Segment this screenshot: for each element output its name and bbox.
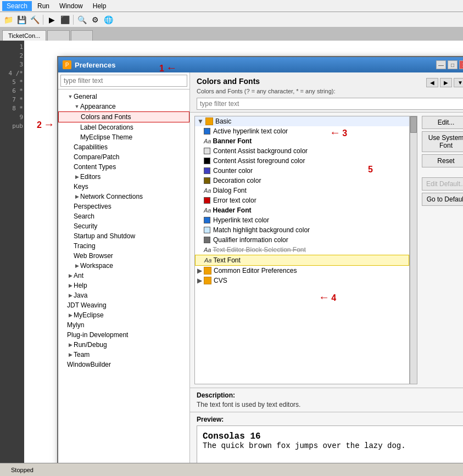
tree-label-search: Search — [74, 212, 94, 220]
expand-arrow-myeclipse: ▶ — [67, 312, 74, 318]
nav-fwd-btn[interactable]: ▶ — [440, 78, 452, 87]
font-tree-scrollbar[interactable] — [410, 116, 417, 384]
font-item-common-editor[interactable]: ▶ Common Editor Preferences — [195, 266, 409, 276]
tree-item-webbrowser[interactable]: Web Browser — [58, 251, 189, 261]
tree-item-mylyn[interactable]: Mylyn — [58, 320, 189, 330]
tree-item-perspectives[interactable]: Perspectives — [58, 201, 189, 211]
label-qualifier: Qualifier information color — [213, 236, 288, 244]
tree-item-rundebug[interactable]: ▶ Run/Debug — [58, 340, 189, 350]
content-filter-input[interactable] — [197, 98, 463, 110]
menu-help[interactable]: Help — [88, 1, 111, 11]
tree-label-ant: Ant — [74, 272, 83, 279]
toolbar-btn-8[interactable]: 🌐 — [102, 14, 114, 26]
font-item-ca-fg[interactable]: Content Assist foreground color — [195, 156, 409, 166]
tree-item-keys[interactable]: Keys — [58, 182, 189, 192]
tree-label-security: Security — [74, 222, 97, 230]
tree-item-plugin[interactable]: Plug-in Development — [58, 330, 189, 340]
aa-header: Aa — [204, 207, 211, 214]
tree-item-security[interactable]: Security — [58, 221, 189, 231]
menu-run[interactable]: Run — [33, 1, 54, 11]
font-item-dialog[interactable]: Aa Dialog Font — [195, 186, 409, 195]
tree-item-myeclipse-theme[interactable]: MyEclipse Theme — [58, 132, 189, 142]
font-item-block-selection[interactable]: Aa Text Editor Block Selection Font — [195, 245, 409, 255]
tree-filter-input[interactable] — [60, 75, 187, 87]
edit-default-btn[interactable]: Edit Default... — [422, 177, 463, 191]
go-to-default-btn[interactable]: Go to Default — [422, 193, 463, 206]
dialog-minimize-btn[interactable]: — — [436, 60, 446, 69]
dialog-maximize-btn[interactable]: □ — [448, 60, 458, 69]
dialog-title-btns: — □ ✕ — [436, 60, 463, 69]
font-item-header[interactable]: Aa Header Font — [195, 205, 409, 215]
toolbar-btn-1[interactable]: 📁 — [2, 14, 14, 26]
font-item-banner[interactable]: Aa Banner Font — [195, 136, 409, 146]
tree-item-jdt[interactable]: JDT Weaving — [58, 300, 189, 310]
status-bar: Stopped — [0, 463, 463, 476]
font-item-counter[interactable]: Counter color — [195, 166, 409, 176]
tree-item-general[interactable]: ▼ General — [58, 92, 189, 102]
menu-window[interactable]: Window — [55, 1, 87, 11]
toolbar-btn-2[interactable]: 💾 — [15, 14, 27, 26]
toolbar-btn-6[interactable]: 🔍 — [76, 14, 88, 26]
font-item-match-highlight[interactable]: Match highlight background color — [195, 225, 409, 235]
tree-item-compare[interactable]: Compare/Patch — [58, 152, 189, 162]
toolbar-btn-3[interactable]: 🔨 — [29, 14, 41, 26]
tree-item-colors-fonts[interactable]: Colors and Fonts — [58, 111, 189, 122]
tree-item-myeclipse[interactable]: ▶ MyEclipse — [58, 310, 189, 320]
cvs-icon — [204, 277, 211, 284]
tree-item-content-types[interactable]: Content Types — [58, 162, 189, 172]
expand-arrow-java: ▶ — [67, 292, 74, 299]
dialog-title-bar: P Preferences — □ ✕ — [58, 57, 463, 72]
font-item-qualifier[interactable]: Qualifier information color — [195, 235, 409, 245]
font-item-cvs[interactable]: ▶ CVS — [195, 276, 409, 285]
font-item-active-hyperlink[interactable]: Active hyperlink text color — [195, 126, 409, 136]
tree-item-search[interactable]: Search — [58, 211, 189, 221]
label-cvs: CVS — [214, 277, 227, 284]
tree-label-help: Help — [74, 282, 87, 289]
tree-item-appearance[interactable]: ▼ Appearance — [58, 102, 189, 111]
edit-btn[interactable]: Edit... — [422, 116, 463, 129]
font-item-text-font[interactable]: Aa Text Font — [195, 255, 409, 266]
tree-item-ant[interactable]: ▶ Ant — [58, 271, 189, 281]
font-item-ca-bg[interactable]: Content Assist background color — [195, 146, 409, 156]
menu-search[interactable]: Search — [2, 1, 32, 11]
tree-label-rundebug: Run/Debug — [74, 341, 107, 349]
nav-menu-btn[interactable]: ▼ — [454, 78, 463, 87]
tree-item-network[interactable]: ▶ Network Connections — [58, 192, 189, 201]
font-item-decoration[interactable]: Decoration color — [195, 176, 409, 186]
font-area: ▼ Basic Active hyperlink text color — [190, 113, 463, 388]
font-item-hyperlink[interactable]: Hyperlink text color — [195, 215, 409, 225]
tab-ticketcon[interactable]: TicketCon... — [2, 30, 46, 41]
reset-btn[interactable]: Reset — [422, 154, 463, 167]
font-item-error[interactable]: Error text color — [195, 195, 409, 205]
dialog-close-btn[interactable]: ✕ — [459, 60, 463, 69]
content-title: Colors and Fonts — [197, 77, 260, 86]
menu-bar: Search Run Window Help — [0, 0, 463, 12]
tree-item-tracing[interactable]: Tracing — [58, 241, 189, 251]
toolbar-btn-7[interactable]: ⚙ — [89, 14, 101, 26]
tree-item-capabilities[interactable]: Capabilities — [58, 142, 189, 152]
expand-arrow-appearance: ▼ — [74, 103, 80, 110]
use-system-font-btn[interactable]: Use System Font — [422, 131, 463, 152]
tree-item-java[interactable]: ▶ Java — [58, 290, 189, 300]
font-group-basic[interactable]: ▼ Basic — [195, 116, 409, 126]
toolbar-btn-5[interactable]: ⬛ — [59, 14, 71, 26]
tab-2[interactable] — [47, 30, 69, 41]
tree-item-startup[interactable]: Startup and Shutdow — [58, 231, 189, 241]
tree-item-team[interactable]: ▶ Team — [58, 350, 189, 360]
dialog-title-text: Preferences — [75, 61, 115, 69]
description-text: The text font is used by text editors. — [197, 401, 463, 408]
tree-item-label-decorations[interactable]: Label Decorations — [58, 122, 189, 132]
nav-back-btn[interactable]: ◀ — [426, 78, 438, 87]
label-counter: Counter color — [213, 167, 253, 175]
tree-label-myeclipse-theme: MyEclipse Theme — [80, 133, 132, 141]
tree-item-help[interactable]: ▶ Help — [58, 281, 189, 290]
tree-item-editors[interactable]: ▶ Editors — [58, 172, 189, 182]
tree-item-workspace[interactable]: ▶ Workspace — [58, 261, 189, 271]
expand-arrow-help: ▶ — [67, 282, 74, 289]
label-text-font: Text Font — [213, 256, 240, 264]
tab-3[interactable] — [71, 30, 93, 41]
content-header: Colors and Fonts ◀ ▶ ▼ Colors and Fonts … — [190, 72, 463, 113]
aa-text-font: Aa — [204, 257, 211, 264]
toolbar-btn-4[interactable]: ▶ — [46, 14, 58, 26]
tree-item-windowbuilder[interactable]: WindowBuilder — [58, 360, 189, 369]
